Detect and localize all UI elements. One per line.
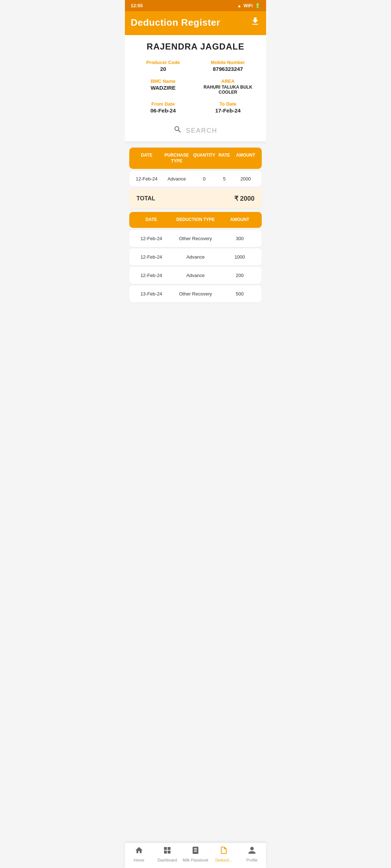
info-grid-row1: Producer Code 20 Mobile Number 879632324… xyxy=(131,58,260,74)
col-date: DATE xyxy=(133,153,160,164)
nav-home-label: Home xyxy=(134,858,144,862)
deduction-date-2: 12-Feb-24 xyxy=(133,254,170,260)
page-title: Deduction Register xyxy=(131,17,220,28)
bmc-name-cell: BMC Name WADZIRE xyxy=(131,76,196,97)
nav-deduction-label: Deducti... xyxy=(215,858,232,862)
row-quantity: 0 xyxy=(193,176,215,182)
from-date-cell: From Date 06-Feb-24 xyxy=(131,99,196,116)
bottom-nav: Home Dashboard Milk Passbook Deducti... … xyxy=(125,843,266,868)
nav-deduction[interactable]: Deducti... xyxy=(210,846,238,862)
nav-dashboard[interactable]: Dashboard xyxy=(153,846,181,862)
deduction-date-3: 12-Feb-24 xyxy=(133,273,170,278)
info-grid-row2: BMC Name WADZIRE AREA RAHURI TALUKA BULK… xyxy=(131,76,260,97)
nav-milk-passbook[interactable]: Milk Passbook xyxy=(181,846,210,862)
area-label: AREA xyxy=(198,78,257,84)
row-purchase-type: Advance xyxy=(160,176,193,182)
dashboard-icon xyxy=(163,846,172,857)
deduction-col-type: DEDUCTION TYPE xyxy=(170,217,221,223)
purchase-table-row: 12-Feb-24 Advance 0 5 2000 xyxy=(129,171,262,187)
producer-code-label: Producer Code xyxy=(134,60,193,65)
producer-code-cell: Producer Code 20 xyxy=(131,58,196,74)
from-date-value: 06-Feb-24 xyxy=(134,107,193,114)
deduction-amount-2: 1000 xyxy=(221,254,258,260)
status-signal: ▲ xyxy=(237,3,241,8)
col-purchase-type: PURCHASE TYPE xyxy=(160,153,193,164)
deduction-table-header: DATE DEDUCTION TYPE AMOUNT xyxy=(129,212,262,228)
purchase-table-header: DATE PURCHASE TYPE QUANTITY RATE AMOUNT xyxy=(129,148,262,169)
profile-icon xyxy=(248,846,256,857)
col-rate: RATE xyxy=(215,153,233,164)
deduction-col-amount: AMOUNT xyxy=(221,217,258,223)
total-label: TOTAL xyxy=(136,195,155,202)
deduction-row-1: 12-Feb-24 Other Recovery 300 xyxy=(129,230,262,247)
deduction-type-2: Advance xyxy=(170,254,221,260)
deduction-row-3: 12-Feb-24 Advance 200 xyxy=(129,267,262,284)
search-placeholder: SEARCH xyxy=(186,127,217,135)
app-header: Deduction Register xyxy=(125,11,266,35)
col-amount: AMOUNT xyxy=(233,153,258,164)
deduction-icon xyxy=(219,846,228,857)
total-row: TOTAL ₹ 2000 xyxy=(129,189,262,208)
profile-section: RAJENDRA JAGDALE Producer Code 20 Mobile… xyxy=(125,35,266,122)
deduction-col-date: DATE xyxy=(133,217,170,223)
deduction-date-1: 12-Feb-24 xyxy=(133,236,170,241)
bmc-name-value: WADZIRE xyxy=(134,85,193,91)
col-quantity: QUANTITY xyxy=(193,153,215,164)
total-value: ₹ 2000 xyxy=(234,195,255,203)
area-value: RAHURI TALUKA BULK COOLER xyxy=(198,85,257,95)
deduction-type-4: Other Recovery xyxy=(170,291,221,297)
deduction-type-1: Other Recovery xyxy=(170,236,221,241)
nav-dashboard-label: Dashboard xyxy=(157,858,177,862)
divider-1 xyxy=(125,141,266,144)
producer-code-value: 20 xyxy=(134,66,193,72)
info-grid-row3: From Date 06-Feb-24 To Date 17-Feb-24 xyxy=(131,99,260,116)
deduction-row-4: 13-Feb-24 Other Recovery 500 xyxy=(129,285,262,302)
mobile-number-label: Mobile Number xyxy=(198,60,257,65)
deduction-row-2: 12-Feb-24 Advance 1000 xyxy=(129,248,262,265)
to-date-label: To Date xyxy=(198,101,257,107)
nav-profile[interactable]: Profile xyxy=(238,846,266,862)
milk-passbook-icon xyxy=(191,846,200,857)
home-icon xyxy=(135,846,143,857)
search-section[interactable]: SEARCH xyxy=(125,122,266,141)
nav-profile-label: Profile xyxy=(246,858,257,862)
status-wifi: WiFi xyxy=(244,3,253,8)
deduction-amount-1: 300 xyxy=(221,236,258,241)
row-amount: 2000 xyxy=(233,176,258,182)
from-date-label: From Date xyxy=(134,101,193,107)
mobile-number-value: 8796323247 xyxy=(198,66,257,72)
producer-name: RAJENDRA JAGDALE xyxy=(131,42,260,52)
deduction-amount-3: 200 xyxy=(221,273,258,278)
bmc-name-label: BMC Name xyxy=(134,78,193,84)
status-icons: ▲ WiFi 🔋 xyxy=(237,3,260,8)
to-date-cell: To Date 17-Feb-24 xyxy=(196,99,260,116)
status-bar: 12:55 ▲ WiFi 🔋 xyxy=(125,0,266,11)
mobile-number-cell: Mobile Number 8796323247 xyxy=(196,58,260,74)
deduction-type-3: Advance xyxy=(170,273,221,278)
row-rate: 5 xyxy=(215,176,233,182)
status-time: 12:55 xyxy=(131,3,143,8)
deduction-date-4: 13-Feb-24 xyxy=(133,291,170,297)
to-date-value: 17-Feb-24 xyxy=(198,107,257,114)
search-icon xyxy=(173,125,182,136)
nav-milk-passbook-label: Milk Passbook xyxy=(183,858,209,862)
export-icon[interactable] xyxy=(250,16,260,29)
status-battery: 🔋 xyxy=(255,3,260,8)
deduction-amount-4: 500 xyxy=(221,291,258,297)
row-date: 12-Feb-24 xyxy=(133,176,160,182)
area-cell: AREA RAHURI TALUKA BULK COOLER xyxy=(196,76,260,97)
nav-home[interactable]: Home xyxy=(125,846,153,862)
